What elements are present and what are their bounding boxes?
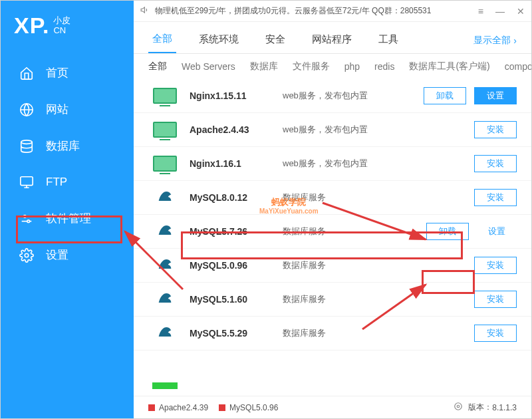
nav: 首页 网站 数据库 FTP 软件管理 设置 <box>1 55 134 418</box>
software-row: MySQL5.7.26数据库服务卸载设置 <box>134 215 531 249</box>
filter-redis[interactable]: redis <box>374 61 394 72</box>
nav-item-software[interactable]: 软件管理 <box>1 200 134 237</box>
logo-text-xp: XP. <box>14 13 49 39</box>
tab-system-env[interactable]: 系统环境 <box>195 28 243 53</box>
logo-text-cn: 小皮 CN <box>53 15 70 39</box>
tab-all[interactable]: 全部 <box>148 27 176 53</box>
chevron-right-icon: › <box>513 35 517 46</box>
row-actions: 安装 <box>474 257 517 274</box>
row-actions: 卸载设置 <box>424 87 517 104</box>
svg-point-7 <box>25 253 29 257</box>
announcement-text: 物理机低至299元/年，拼团成功0元得。云服务器低至72元/年 QQ群：2805… <box>150 5 478 17</box>
software-desc: web服务，发布包内置 <box>283 158 474 170</box>
nav-label: FTP <box>46 176 67 189</box>
speaker-icon <box>140 5 150 17</box>
software-name: MySQL5.7.26 <box>190 226 283 237</box>
svg-point-1 <box>21 140 33 144</box>
tab-security[interactable]: 安全 <box>261 28 289 53</box>
filter-dbtools[interactable]: 数据库工具(客户端) <box>409 61 489 72</box>
logo: XP. 小皮 CN <box>1 1 134 55</box>
nav-item-website[interactable]: 网站 <box>1 91 134 128</box>
software-row: MySQL5.0.96数据库服务安装 <box>134 249 531 283</box>
svg-marker-8 <box>141 7 144 13</box>
mysql-icon <box>154 187 176 208</box>
mysql-icon <box>154 255 176 276</box>
monitor-icon <box>19 175 34 190</box>
category-tabs: 全部 系统环境 安全 网站程序 工具 显示全部 › <box>134 22 531 54</box>
sliders-icon <box>19 211 34 226</box>
window-buttons: ≡ — ✕ <box>478 6 525 17</box>
action-button[interactable]: 安装 <box>474 121 517 138</box>
filter-php[interactable]: php <box>344 61 360 72</box>
watermark: 蚂蚁学院 MaYiXueYuan.com <box>259 197 319 215</box>
row-actions: 安装 <box>474 121 517 138</box>
status-apache: Apache2.4.39 <box>159 403 208 412</box>
nav-label: 软件管理 <box>46 211 91 226</box>
sidebar: XP. 小皮 CN 首页 网站 数据库 FTP <box>1 1 134 418</box>
svg-point-10 <box>455 403 462 410</box>
mysql-icon <box>154 221 176 242</box>
software-name: Nginx1.16.1 <box>190 158 283 169</box>
web-server-icon <box>153 156 177 172</box>
show-all-link[interactable]: 显示全部 › <box>473 35 517 47</box>
action-button[interactable]: 安装 <box>474 189 517 206</box>
web-server-icon <box>153 122 177 138</box>
filter-webservers[interactable]: Web Servers <box>182 61 235 72</box>
globe-icon <box>19 102 34 117</box>
tab-tools[interactable]: 工具 <box>374 28 402 53</box>
software-desc: 数据库服务 <box>283 259 474 271</box>
version-number: 8.1.1.3 <box>492 403 517 412</box>
row-actions: 安装 <box>474 155 517 172</box>
home-icon <box>19 66 34 80</box>
action-button[interactable]: 安装 <box>474 155 517 172</box>
action-button[interactable]: 安装 <box>474 291 517 308</box>
software-desc: 数据库服务 <box>283 327 474 339</box>
action-button[interactable]: 设置 <box>477 223 517 239</box>
software-desc: web服务，发布包内置 <box>283 90 424 102</box>
minimize-icon[interactable]: — <box>495 6 505 17</box>
action-button[interactable]: 安装 <box>474 257 517 274</box>
nav-item-home[interactable]: 首页 <box>1 55 134 91</box>
action-button[interactable]: 安装 <box>474 325 517 342</box>
filter-fileservice[interactable]: 文件服务 <box>293 61 330 72</box>
software-row: MySQL5.5.29数据库服务安装 <box>134 317 531 350</box>
progress-bar <box>152 382 178 389</box>
status-bar: Apache2.4.39 MySQL5.0.96 版本： 8.1.1.3 <box>134 396 531 418</box>
software-row: MySQL5.1.60数据库服务安装 <box>134 283 531 317</box>
svg-point-5 <box>23 215 26 217</box>
footer-gear-icon[interactable] <box>454 402 463 413</box>
software-row: Nginx1.16.1web服务，发布包内置安装 <box>134 147 531 181</box>
progress-row <box>134 376 531 396</box>
action-button[interactable]: 卸载 <box>424 87 466 104</box>
software-name: MySQL5.5.29 <box>190 328 283 339</box>
software-desc: 数据库服务 <box>283 225 426 237</box>
row-actions: 安装 <box>474 325 517 342</box>
row-actions: 安装 <box>474 291 517 308</box>
filter-database[interactable]: 数据库 <box>250 61 278 72</box>
row-actions: 安装 <box>474 189 517 206</box>
database-icon <box>19 139 34 154</box>
software-desc: 数据库服务 <box>283 293 474 305</box>
action-button[interactable]: 设置 <box>474 87 517 104</box>
action-button[interactable]: 卸载 <box>426 223 469 240</box>
filter-composer[interactable]: composer <box>505 61 531 72</box>
software-list: Nginx1.15.11web服务，发布包内置卸载设置Apache2.4.43w… <box>134 79 531 376</box>
filter-all[interactable]: 全部 <box>148 61 167 72</box>
main: 物理机低至299元/年，拼团成功0元得。云服务器低至72元/年 QQ群：2805… <box>134 1 531 418</box>
tab-web-programs[interactable]: 网站程序 <box>308 28 356 53</box>
nav-label: 设置 <box>46 247 68 263</box>
filter-tabs: 全部 Web Servers 数据库 文件服务 php redis 数据库工具(… <box>134 54 531 79</box>
menu-icon[interactable]: ≡ <box>478 6 483 17</box>
mysql-icon <box>154 323 176 344</box>
nav-item-database[interactable]: 数据库 <box>1 128 134 164</box>
software-desc: web服务，发布包内置 <box>283 124 474 136</box>
mysql-icon <box>154 289 176 310</box>
close-icon[interactable]: ✕ <box>517 6 525 17</box>
nav-item-settings[interactable]: 设置 <box>1 237 134 273</box>
software-name: Apache2.4.43 <box>190 124 283 135</box>
gear-icon <box>19 248 34 263</box>
status-mysql: MySQL5.0.96 <box>229 403 278 412</box>
svg-point-6 <box>27 219 30 222</box>
nav-item-ftp[interactable]: FTP <box>1 164 134 200</box>
status-dot-mysql <box>219 404 225 411</box>
